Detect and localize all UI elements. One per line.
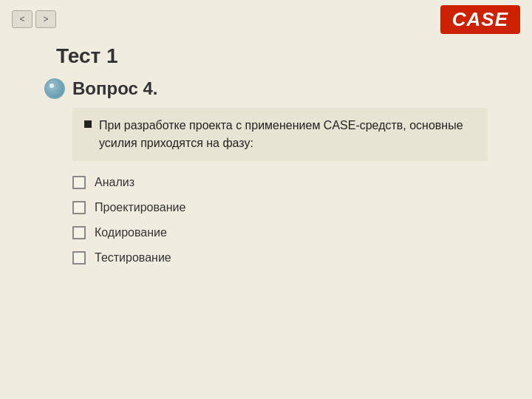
answer-checkbox-1[interactable]	[72, 176, 86, 189]
nav-buttons: < >	[12, 10, 56, 28]
case-badge: CASE	[440, 5, 520, 34]
header: < > CASE	[0, 0, 532, 38]
test-title: Тест 1	[56, 44, 118, 68]
question-header: Вопрос 4.	[44, 78, 488, 99]
answer-checkbox-4[interactable]	[72, 251, 86, 265]
answers-list: Анализ Проектирование Кодирование Тестир…	[72, 176, 488, 265]
answer-label-1: Анализ	[95, 176, 134, 189]
main-content: Вопрос 4. При разработке проекта с приме…	[0, 71, 532, 279]
title-row: Тест 1	[0, 38, 532, 71]
answer-label-2: Проектирование	[95, 201, 185, 214]
nav-next-button[interactable]: >	[35, 10, 56, 28]
bullet-icon	[84, 120, 92, 128]
answer-option-3[interactable]: Кодирование	[72, 226, 488, 239]
answer-checkbox-2[interactable]	[72, 201, 86, 214]
question-text: При разработке проекта с применением CAS…	[99, 117, 476, 152]
answer-option-2[interactable]: Проектирование	[72, 201, 488, 214]
answer-label-3: Кодирование	[95, 226, 167, 239]
question-text-area: При разработке проекта с применением CAS…	[72, 108, 488, 161]
answer-label-4: Тестирование	[95, 251, 171, 265]
question-icon	[44, 78, 65, 99]
nav-prev-button[interactable]: <	[12, 10, 33, 28]
question-title: Вопрос 4.	[72, 78, 158, 99]
question-bullet: При разработке проекта с применением CAS…	[84, 117, 476, 152]
answer-checkbox-3[interactable]	[72, 226, 86, 239]
answer-option-4[interactable]: Тестирование	[72, 251, 488, 265]
answer-option-1[interactable]: Анализ	[72, 176, 488, 189]
page-container: < > CASE Тест 1 Вопрос 4. При разработке…	[0, 0, 532, 399]
